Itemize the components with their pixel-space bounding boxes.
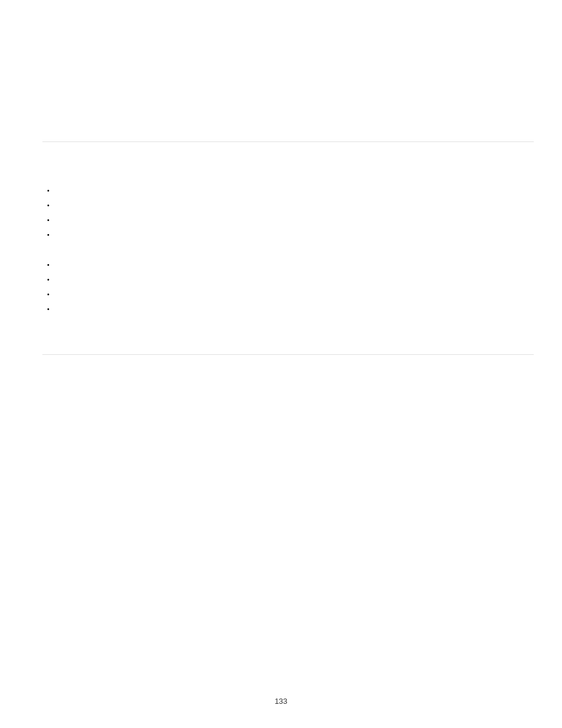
- bullet-icon: •: [47, 198, 55, 213]
- list-item: •: [47, 228, 534, 242]
- list-item: •: [47, 287, 534, 302]
- bullet-icon: •: [47, 258, 55, 272]
- bullet-icon: •: [47, 287, 55, 302]
- list-item: •: [47, 258, 534, 272]
- list-item: •: [47, 213, 534, 228]
- bullet-icon: •: [47, 213, 55, 228]
- page-number: 133: [0, 697, 562, 706]
- bullet-icon: •: [47, 302, 55, 317]
- bullet-list-2: • • • •: [47, 258, 534, 317]
- page-content: • • • • • • • •: [0, 0, 562, 355]
- list-item: •: [47, 183, 534, 198]
- list-item: •: [47, 302, 534, 317]
- bullet-icon: •: [47, 183, 55, 198]
- bullet-list-1: • • • •: [47, 183, 534, 242]
- divider-bottom: [42, 354, 534, 355]
- list-item: •: [47, 198, 534, 213]
- divider-top: [42, 141, 534, 142]
- bullet-icon: •: [47, 228, 55, 242]
- bullet-icon: •: [47, 272, 55, 287]
- list-item: •: [47, 272, 534, 287]
